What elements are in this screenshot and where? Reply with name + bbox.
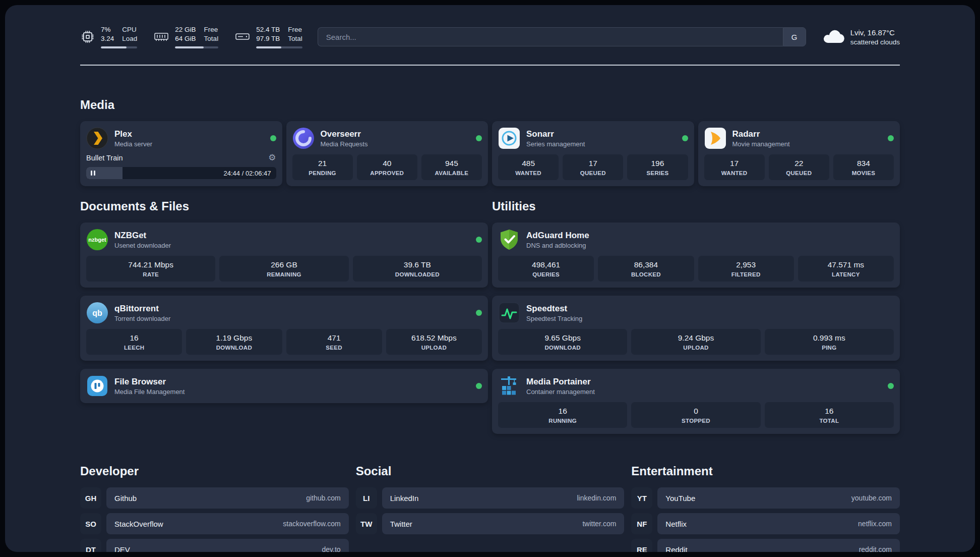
stat-download: 1.19 GbpsDOWNLOAD [186,329,282,355]
bookmark-linkedin[interactable]: LI LinkedIn linkedin.com [356,487,625,509]
youtube-link[interactable]: YouTube youtube.com [657,487,900,509]
stackoverflow-link[interactable]: StackOverflow stackoverflow.com [106,513,349,534]
stat-approved: 40APPROVED [357,154,417,180]
linkedin-abbr-tile[interactable]: LI [356,487,377,509]
search-bar: G [318,27,806,46]
status-dot [888,135,894,141]
cpu-progress-fill [101,46,127,48]
search-engine-button[interactable]: G [783,27,806,46]
status-dot [270,135,276,141]
service-card-plex[interactable]: Plex Media server Bullet Train ⚙ 24:44 /… [80,121,282,186]
github-abbr-tile[interactable]: GH [80,487,101,509]
stat-available: 945AVAILABLE [421,154,482,180]
bookmark-twitter[interactable]: TW Twitter twitter.com [356,513,625,534]
youtube-abbr-tile[interactable]: YT [631,487,652,509]
cpu-load-label: Load [122,34,137,43]
service-subtitle: DNS and adblocking [526,242,589,249]
bookmark-netflix[interactable]: NF Netflix netflix.com [631,513,900,534]
service-subtitle: Usenet downloader [114,242,171,249]
status-dot [888,383,894,389]
header-divider [80,65,900,66]
memory-progress-track [175,46,218,48]
stat-running: 16RUNNING [498,402,627,428]
stat-pending: 21PENDING [292,154,353,180]
memory-progress-fill [175,46,204,48]
dev-link[interactable]: DEV dev.to [106,539,349,552]
bookmark-reddit[interactable]: RE Reddit reddit.com [631,539,900,552]
cpu-widget: 7% 3.24 CPU Load [80,25,137,48]
stat-series: 196SERIES [627,154,688,180]
radarr-icon [704,127,726,149]
social-group-title: Social [356,464,625,478]
stat-blocked: 86,384BLOCKED [598,256,694,282]
service-subtitle: Media Requests [321,140,368,148]
search-input[interactable] [318,27,783,46]
section-utilities: Utilities AdGuard Home DNS and adblockin… [492,199,900,434]
status-dot [476,237,482,243]
gear-icon[interactable]: ⚙ [268,153,276,162]
files-section-title: Documents & Files [80,199,488,213]
reddit-link[interactable]: Reddit reddit.com [657,539,900,552]
service-card-qbittorrent[interactable]: qb qBittorrent Torrent downloader 16LEEC… [80,296,488,361]
service-card-overseerr[interactable]: Overseerr Media Requests 21PENDING 40APP… [286,121,488,186]
service-subtitle: Media server [114,140,152,148]
utilities-section-title: Utilities [492,199,900,213]
stat-total: 16TOTAL [765,402,894,428]
svg-text:qb: qb [92,309,102,317]
bookmark-github[interactable]: GH Github github.com [80,487,349,509]
service-card-portainer[interactable]: Media Portainer Container management 16R… [492,369,900,434]
service-card-radarr[interactable]: Radarr Movie management 17WANTED 22QUEUE… [698,121,900,186]
nzbget-icon: nzbget [86,229,108,251]
service-card-adguard[interactable]: AdGuard Home DNS and adblocking 498,461Q… [492,222,900,288]
section-documents-files: Documents & Files nzbget NZBGet Usenet d… [80,199,488,434]
service-name: Radarr [732,129,790,139]
twitter-abbr-tile[interactable]: TW [356,513,377,534]
dashboard: 7% 3.24 CPU Load [5,5,975,552]
service-card-nzbget[interactable]: nzbget NZBGet Usenet downloader 744.21 M… [80,222,488,288]
stat-downloaded: 39.6 TBDOWNLOADED [353,256,482,282]
cpu-label: CPU [122,25,137,34]
status-dot [682,135,688,141]
service-name: File Browser [114,377,185,387]
disk-free-value: 52.4 TB [256,25,280,34]
stackoverflow-abbr-tile[interactable]: SO [80,513,101,534]
memory-total-value: 64 GiB [175,34,196,43]
memory-icon [153,29,169,44]
status-dot [476,383,482,389]
adguard-icon [498,229,520,251]
overseerr-icon [292,127,315,149]
playback-progress-bar[interactable]: 24:44 / 02:06:47 [86,167,276,179]
stat-wanted: 485WANTED [498,154,559,180]
bookmark-group-entertainment: Entertainment YT YouTube youtube.com NF … [631,464,900,552]
bookmark-youtube[interactable]: YT YouTube youtube.com [631,487,900,509]
cloud-icon [821,28,844,46]
github-link[interactable]: Github github.com [106,487,349,509]
service-card-filebrowser[interactable]: File Browser Media File Management [80,369,488,403]
bookmark-group-developer: Developer GH Github github.com SO StackO… [80,464,349,552]
service-name: Speedtest [526,304,582,314]
service-subtitle: Series management [526,140,585,148]
disk-total-label: Total [288,34,302,43]
dev-abbr-tile[interactable]: DT [80,539,101,552]
netflix-abbr-tile[interactable]: NF [631,513,652,534]
service-card-speedtest[interactable]: Speedtest Speedtest Tracking 9.65 GbpsDO… [492,296,900,361]
stat-remaining: 266 GBREMAINING [219,256,348,282]
disk-widget: 52.4 TB 97.9 TB Free Total [234,25,302,48]
stat-upload: 9.24 GbpsUPLOAD [631,329,760,355]
netflix-link[interactable]: Netflix netflix.com [657,513,900,534]
service-card-sonarr[interactable]: Sonarr Series management 485WANTED 17QUE… [492,121,694,186]
bookmark-stackoverflow[interactable]: SO StackOverflow stackoverflow.com [80,513,349,534]
stat-queued: 22QUEUED [769,154,829,180]
stat-movies: 834MOVIES [833,154,894,180]
stat-stopped: 0STOPPED [631,402,760,428]
twitter-link[interactable]: Twitter twitter.com [382,513,625,534]
linkedin-link[interactable]: LinkedIn linkedin.com [382,487,625,509]
reddit-abbr-tile[interactable]: RE [631,539,652,552]
service-name: qBittorrent [114,304,170,314]
service-name: NZBGet [114,231,171,241]
bookmark-dev[interactable]: DT DEV dev.to [80,539,349,552]
pause-icon[interactable] [91,169,97,178]
stat-seed: 471SEED [286,329,382,355]
media-section-title: Media [80,98,900,112]
playback-progress-fill [86,167,122,179]
